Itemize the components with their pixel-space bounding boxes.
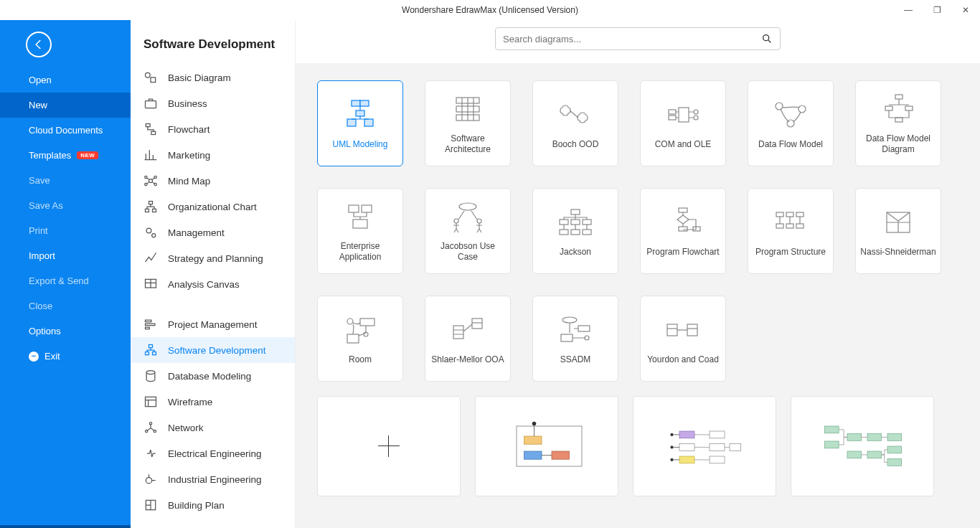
template-card-uml-modeling[interactable]: UML Modeling [317, 80, 403, 166]
category-list[interactable]: Basic DiagramBusinessFlowchartMarketingM… [131, 65, 295, 528]
svg-rect-107 [887, 446, 902, 453]
category-item-software-development[interactable]: Software Development [131, 337, 295, 363]
svg-rect-71 [796, 224, 804, 228]
svg-rect-100 [825, 426, 839, 433]
template-card-data-flow-model-diagram[interactable]: Data Flow Model Diagram [855, 80, 941, 166]
nav-item-templates[interactable]: TemplatesNEW [0, 143, 131, 168]
template-card-shlaer-mellor-ooa[interactable]: Shlaer-Mellor OOA [425, 296, 511, 382]
svg-rect-103 [867, 434, 882, 441]
svg-rect-94 [710, 444, 725, 451]
svg-rect-85 [517, 426, 582, 466]
category-item-analysis-canvas[interactable]: Analysis Canvas [131, 271, 295, 297]
close-button[interactable]: ✕ [951, 0, 980, 20]
nav-item-label: Exit [44, 351, 60, 362]
flow-icon [143, 122, 158, 136]
template-label: Jacobson Use Case [430, 241, 506, 263]
category-item-network[interactable]: Network [131, 415, 295, 440]
svg-rect-38 [679, 108, 689, 122]
example-card[interactable] [791, 396, 934, 496]
template-thumb [339, 98, 382, 132]
category-item-strategy-and-planning[interactable]: Strategy and Planning [131, 245, 295, 271]
template-card-jacobson-use-case[interactable]: Jacobson Use Case [425, 188, 511, 274]
category-item-flowchart[interactable]: Flowchart [131, 116, 295, 142]
svg-rect-12 [153, 209, 156, 212]
template-card-ssadm[interactable]: SSADM [532, 296, 618, 382]
svg-rect-67 [786, 212, 793, 217]
nav-item-save-as[interactable]: Save As [0, 193, 131, 218]
diagram-preview-icon [817, 416, 908, 476]
example-card[interactable] [475, 396, 618, 496]
template-card-jackson[interactable]: Jackson [532, 188, 618, 274]
nav-item-options[interactable]: Options [0, 319, 131, 344]
nav-item-cloud-documents[interactable]: Cloud Documents [0, 118, 131, 143]
minimize-button[interactable]: — [894, 0, 923, 20]
svg-rect-56 [571, 209, 580, 214]
template-thumb-icon [554, 313, 597, 347]
svg-point-44 [798, 105, 806, 113]
category-item-business[interactable]: Business [131, 90, 295, 116]
diagram-preview-icon [501, 416, 592, 476]
category-item-mind-map[interactable]: Mind Map [131, 168, 295, 194]
svg-rect-92 [679, 456, 694, 463]
template-label: Program Structure [755, 247, 826, 258]
category-item-database-modeling[interactable]: Database Modeling [131, 363, 295, 389]
svg-rect-105 [847, 451, 862, 458]
nav-item-open[interactable]: Open [0, 67, 131, 93]
svg-rect-70 [786, 224, 793, 228]
template-card-nassi-shneiderman[interactable]: Nassi-Shneiderman [855, 188, 941, 274]
main-header [296, 20, 980, 63]
category-item-building-plan[interactable]: Building Plan [131, 492, 295, 518]
template-card-room[interactable]: Room [317, 296, 403, 382]
svg-rect-62 [583, 230, 591, 235]
category-item-label: Electrical Engineering [168, 448, 262, 459]
nav-item-exit[interactable]: −Exit [0, 344, 131, 369]
template-card-enterprise-application[interactable]: Enterprise Application [317, 188, 403, 274]
template-label: Software Architecture [430, 133, 506, 155]
nav-item-save[interactable]: Save [0, 168, 131, 193]
template-card-data-flow-model[interactable]: Data Flow Model [748, 80, 834, 166]
nav-item-print[interactable]: Print [0, 218, 131, 243]
category-item-marketing[interactable]: Marketing [131, 142, 295, 168]
category-item-label: Software Development [168, 345, 266, 356]
back-button[interactable] [26, 32, 52, 57]
template-card-booch-ood[interactable]: Booch OOD [532, 80, 618, 166]
category-item-basic-diagram[interactable]: Basic Diagram [131, 65, 295, 90]
template-card-software-architecture[interactable]: Software Architecture [425, 80, 511, 166]
svg-rect-64 [679, 227, 687, 231]
nav-item-new[interactable]: New [0, 93, 131, 118]
template-card-program-flowchart[interactable]: Program Flowchart [640, 188, 726, 274]
diagram-preview-icon [659, 416, 750, 476]
svg-point-41 [694, 110, 698, 114]
svg-rect-3 [146, 124, 150, 127]
category-item-label: Database Modeling [168, 371, 251, 382]
svg-point-42 [694, 116, 698, 120]
svg-rect-50 [349, 205, 359, 212]
search-input[interactable] [503, 34, 761, 44]
network-icon [143, 420, 158, 435]
template-card-com-and-ole[interactable]: COM and OLE [640, 80, 726, 166]
template-label: Yourdon and Coad [647, 354, 719, 365]
template-card-program-structure[interactable]: Program Structure [748, 188, 834, 274]
new-blank-card[interactable] [317, 396, 461, 496]
category-item-project-management[interactable]: Project Management [131, 311, 295, 337]
svg-rect-10 [149, 202, 153, 204]
category-item-label: Strategy and Planning [168, 253, 263, 264]
category-item-wireframe[interactable]: Wireframe [131, 389, 295, 415]
nav-item-export-send[interactable]: Export & Send [0, 268, 131, 293]
template-card-yourdon-and-coad[interactable]: Yourdon and Coad [640, 296, 726, 382]
search-box[interactable] [495, 27, 781, 50]
nav-item-label: Save [29, 175, 50, 186]
db-icon [143, 369, 158, 383]
category-item-management[interactable]: Management [131, 220, 295, 245]
category-item-electrical-engineering[interactable]: Electrical Engineering [131, 440, 295, 466]
template-thumb-icon [446, 199, 489, 234]
category-item-organizational-chart[interactable]: Organizational Chart [131, 194, 295, 220]
category-item-label: Business [168, 98, 207, 109]
nav-item-close[interactable]: Close [0, 293, 131, 319]
nav-item-label: Close [29, 301, 52, 311]
nav-item-import[interactable]: Import [0, 243, 131, 268]
maximize-button[interactable]: ❐ [923, 0, 951, 20]
example-card[interactable] [633, 396, 776, 496]
category-item-industrial-engineering[interactable]: Industrial Engineering [131, 466, 295, 492]
category-sidebar: Software Development Basic DiagramBusine… [131, 20, 296, 528]
